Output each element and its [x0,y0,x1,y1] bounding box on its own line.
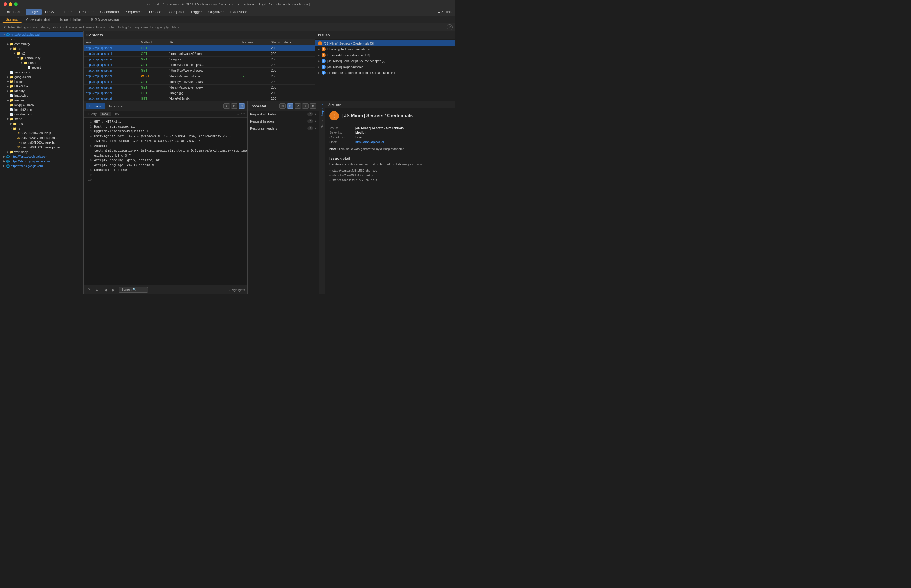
tree-item-community1[interactable]: ▶ 📁 community [0,42,83,46]
ftab-pretty[interactable]: Pretty [86,111,99,116]
tree-item-images[interactable]: ▶ 📁 images [0,98,83,103]
menu-repeater[interactable]: Repeater [76,9,97,15]
tree-item-workshop[interactable]: ▶ 📁 workshop [0,150,83,154]
table-row[interactable]: http://crapi.apisec.ai GET /kkvjq%61mdk … [84,96,315,102]
tree-item-chunk1map[interactable]: JS 2.e7093047.chunk.js.map [0,136,83,140]
tree-item-api[interactable]: ▶ 📁 api [0,46,83,51]
tree-item-js[interactable]: ▼ 📁 js [0,126,83,131]
search-box[interactable]: Search 🔍 [119,287,148,292]
table-row[interactable]: http://crapi.apisec.ai GET /https%3a//ww… [84,68,315,73]
tree-item-home[interactable]: ▶ 📁 home [0,79,83,84]
tab-response[interactable]: Response [105,103,127,109]
menu-decoder[interactable]: Decoder [146,9,165,15]
file-icon: 📄 [10,94,13,97]
inspector-row-resp-headers[interactable]: Response headers 8 ▼ [248,125,319,132]
col-status[interactable]: Status code ▲ [268,39,315,45]
menu-sequencer[interactable]: Sequencer [123,9,146,15]
tree-item-khms0[interactable]: ▶ 🌐 https://khms0.googleapis.com [0,159,83,163]
more-option[interactable]: ≡ [243,113,245,116]
table-row[interactable]: http://crapi.apisec.ai GET /identity/api… [84,79,315,85]
tree-item-mapsgoogle[interactable]: ▶ 🌐 https://maps.google.com [0,163,83,168]
tree-item-google[interactable]: ▶ 📁 google.com [0,74,83,79]
tree-item-imagejpg[interactable]: 📄 image.jpg [0,93,83,98]
table-row[interactable]: http://crapi.apisec.ai GET /home/vishnus… [84,62,315,68]
menu-intruder[interactable]: Intruder [58,9,76,15]
col-method[interactable]: Method [138,39,166,45]
table-row[interactable]: http://crapi.apisec.ai GET / 200 [84,45,315,51]
side-tab-notes[interactable]: Notes [320,118,325,131]
inspector-close[interactable]: ✕ [310,103,316,109]
tree-item-googlefonts[interactable]: ▶ 🌐 https://fonts.googleapis.com [0,154,83,159]
menu-comparer[interactable]: Comparer [166,9,187,15]
tree-item-kkvjq[interactable]: 📁 kkvjq%61mdk [0,103,83,107]
tree-item-main1map[interactable]: JS main.fd3f1560.chunk.js.ma... [0,145,83,150]
back-btn[interactable]: ◀ [102,287,108,293]
col-host[interactable]: Host [84,39,138,45]
tab-request[interactable]: Request [86,103,105,109]
forward-btn[interactable]: ▶ [110,287,116,293]
bullet-icon: • [10,37,13,41]
menu-proxy[interactable]: Proxy [42,9,57,15]
issue-item[interactable]: ▶ i [JS Miner] Dependencies [315,64,456,70]
table-row[interactable]: http://crapi.apisec.ai GET /community/ap… [84,51,315,57]
tree-item-chunk1[interactable]: JS 2.e7093047.chunk.js [0,131,83,136]
side-tab-inspector[interactable]: Inspector [320,102,325,118]
settings-footer-btn[interactable]: ⚙ [94,287,100,293]
tab-sitemap[interactable]: Site map [2,17,22,23]
menu-organizer[interactable]: Organizer [205,9,227,15]
menu-extensions[interactable]: Extensions [228,9,250,15]
inspector-settings[interactable]: ⚙ [302,103,309,109]
col-params[interactable]: Params [240,39,268,45]
tab-crawlpaths[interactable]: Crawl paths (beta) [23,17,56,22]
issue-item[interactable]: ▶ ! Email addresses disclosed [3] [315,52,456,58]
tree-item-css[interactable]: ▶ 📁 css [0,121,83,126]
wrap-option[interactable]: ↵\n [237,113,242,116]
settings-button[interactable]: ⚙ Settings [438,10,453,14]
close-button[interactable] [3,2,7,6]
inspector-balance[interactable]: ⇌ [295,103,301,109]
tree-item-static[interactable]: ▼ 📁 static [0,117,83,121]
inspector-view-2[interactable]: ⊟ [287,103,293,109]
tree-item-logo192[interactable]: 📄 logo192.png [0,107,83,112]
menu-target[interactable]: Target [26,9,42,15]
table-row[interactable]: http://crapi.apisec.ai GET /image.jpg 20… [84,90,315,96]
ftab-hex[interactable]: Hex [111,111,122,116]
scope-settings-button[interactable]: ⚙ ⚙ Scope settings [87,17,122,22]
tree-label-posts: posts [28,61,36,65]
menu-logger[interactable]: Logger [188,9,205,15]
table-row[interactable]: http://crapi.apisec.ai GET /google.com 2… [84,57,315,62]
tree-item-community3[interactable]: ▼ 📁 community [0,56,83,60]
line-content: Host: crapi.apisec.ai [94,124,135,129]
tree-item-posts[interactable]: ▼ 📁 posts [0,60,83,65]
view-btn-2[interactable]: ⊞ [231,103,237,109]
issue-item[interactable]: ▶ i Frameable response (potential Clickj… [315,70,456,76]
col-url[interactable]: URL [166,39,240,45]
view-btn-1[interactable]: ≡ [223,103,230,109]
ftab-raw[interactable]: Raw [100,111,111,116]
tree-item-main1[interactable]: JS main.fd3f1560.chunk.js [0,140,83,145]
inspector-row-req-attrs[interactable]: Request attributes 2 ▼ [248,111,319,118]
table-row[interactable]: http://crapi.apisec.ai GET /identity/api… [84,85,315,90]
issue-item[interactable]: ! [JS Miner] Secrets / Credentials [3] [315,40,456,46]
tree-item-https3a[interactable]: ▶ 📁 https%3a [0,84,83,89]
maximize-button[interactable] [14,2,18,6]
tab-issuedefs[interactable]: Issue definitions [57,17,87,22]
inspector-view-1[interactable]: ⊞ [279,103,286,109]
inspector-row-req-headers[interactable]: Request headers 7 ▼ [248,118,319,124]
view-btn-3[interactable]: ⊟ [239,103,245,109]
menu-dashboard[interactable]: Dashboard [2,9,26,15]
issue-item[interactable]: ▶ ! Unencrypted communications [315,46,456,52]
tree-item-manifest[interactable]: 📄 manifest.json [0,112,83,117]
help-footer-btn[interactable]: ? [86,287,92,293]
tree-item-favicon[interactable]: 📄 favicon.ico [0,70,83,74]
tree-item-root-url[interactable]: ▼ 🌐 http://crapi.apisec.ai [0,32,83,37]
tree-item-identity[interactable]: ▶ 📁 identity [0,89,83,93]
minimize-button[interactable] [9,2,12,6]
help-button[interactable]: ? [447,24,452,30]
tree-item-slash[interactable]: • / [0,37,83,42]
menu-collaborator[interactable]: Collaborator [97,9,122,15]
tree-item-v2[interactable]: ▼ 📁 v2 [0,51,83,56]
table-row[interactable]: http://crapi.apisec.ai POST /identity/ap… [84,73,315,79]
issue-item[interactable]: ▶ i [JS Miner] JavaScript Source Mapper … [315,58,456,64]
tree-item-recent[interactable]: 📄 recent [0,65,83,70]
